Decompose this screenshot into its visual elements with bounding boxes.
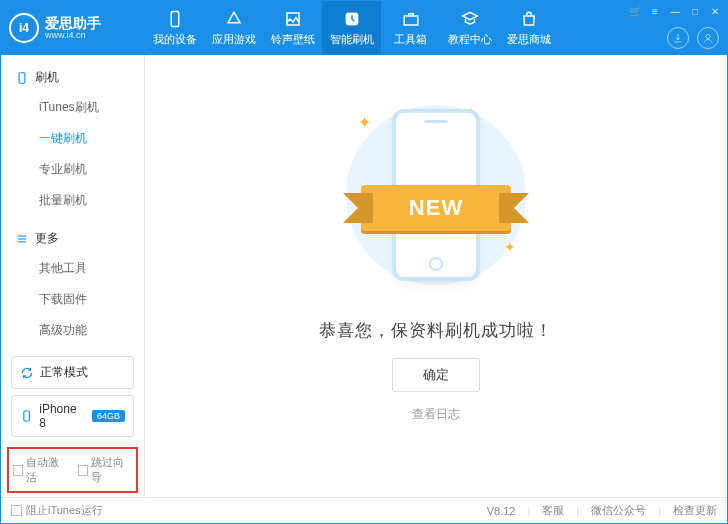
minimize-button[interactable]: —	[669, 5, 681, 17]
menu-icon[interactable]: ≡	[649, 5, 661, 17]
close-button[interactable]: ✕	[709, 5, 721, 17]
device-info[interactable]: iPhone 8 64GB	[11, 395, 134, 437]
tab-shop[interactable]: 爱思商城	[499, 1, 558, 55]
device-mode[interactable]: 正常模式	[11, 356, 134, 389]
sidebar-item-other-tools[interactable]: 其他工具	[1, 253, 144, 284]
svg-rect-0	[171, 11, 179, 26]
brand-title: 爱思助手	[45, 16, 101, 30]
confirm-button[interactable]: 确定	[392, 358, 480, 392]
device-icon	[20, 409, 33, 423]
success-message: 恭喜您，保资料刷机成功啦！	[319, 319, 553, 342]
check-skip-wizard[interactable]: 跳过向导	[78, 455, 133, 485]
cart-icon[interactable]: 🛒	[629, 5, 641, 17]
tab-apps[interactable]: 应用游戏	[204, 1, 263, 55]
sidebar-item-pro-flash[interactable]: 专业刷机	[1, 154, 144, 185]
account-button[interactable]	[697, 27, 719, 49]
new-ribbon: NEW	[361, 185, 511, 231]
sidebar-item-advanced[interactable]: 高级功能	[1, 315, 144, 346]
sidebar-item-download-firmware[interactable]: 下载固件	[1, 284, 144, 315]
checkbox-icon	[78, 465, 88, 476]
view-log-link[interactable]: 查看日志	[412, 406, 460, 423]
refresh-icon	[20, 366, 34, 380]
download-button[interactable]	[667, 27, 689, 49]
svg-rect-3	[404, 16, 418, 25]
version-label: V8.12	[487, 505, 516, 517]
main-content: ✦✦✦ NEW 恭喜您，保资料刷机成功啦！ 确定 查看日志	[145, 55, 727, 497]
tab-tutorial[interactable]: 教程中心	[440, 1, 499, 55]
svg-rect-5	[19, 72, 25, 83]
check-auto-activate[interactable]: 自动激活	[13, 455, 68, 485]
top-tabs: 我的设备 应用游戏 铃声壁纸 智能刷机 工具箱 教程中心	[145, 1, 558, 55]
status-bar: 阻止iTunes运行 V8.12 | 客服 | 微信公众号 | 检查更新	[1, 497, 727, 523]
maximize-button[interactable]: □	[689, 5, 701, 17]
sidebar-item-onekey-flash[interactable]: 一键刷机	[1, 123, 144, 154]
sidebar-group-flash[interactable]: 刷机	[1, 63, 144, 92]
checkbox-icon	[11, 505, 22, 516]
support-link[interactable]: 客服	[542, 503, 564, 518]
more-icon	[15, 232, 29, 246]
sidebar: 刷机 iTunes刷机 一键刷机 专业刷机 批量刷机 更多 其他工具 下载固件 …	[1, 55, 145, 497]
device-name: iPhone 8	[39, 402, 84, 430]
sidebar-group-more[interactable]: 更多	[1, 224, 144, 253]
wallpaper-icon	[284, 10, 302, 28]
check-block-itunes[interactable]: 阻止iTunes运行	[11, 503, 103, 518]
checkbox-icon	[13, 465, 23, 476]
tab-toolbox[interactable]: 工具箱	[381, 1, 440, 55]
wechat-link[interactable]: 微信公众号	[591, 503, 646, 518]
shop-icon	[520, 10, 538, 28]
sidebar-item-batch-flash[interactable]: 批量刷机	[1, 185, 144, 216]
sidebar-item-itunes-flash[interactable]: iTunes刷机	[1, 92, 144, 123]
tab-my-device[interactable]: 我的设备	[145, 1, 204, 55]
device-icon	[166, 10, 184, 28]
checkbox-highlight-box: 自动激活 跳过向导	[7, 447, 138, 493]
brand-logo-icon: i4	[9, 13, 39, 43]
flash-icon	[343, 10, 361, 28]
brand: i4 爱思助手 www.i4.cn	[1, 13, 145, 43]
brand-subtitle: www.i4.cn	[45, 30, 101, 41]
phone-icon	[15, 71, 29, 85]
tutorial-icon	[461, 10, 479, 28]
toolbox-icon	[402, 10, 420, 28]
success-illustration: ✦✦✦ NEW	[336, 95, 536, 295]
appstore-icon	[225, 10, 243, 28]
svg-point-4	[706, 35, 710, 39]
title-bar: i4 爱思助手 www.i4.cn 我的设备 应用游戏 铃声壁纸 智能刷机	[1, 1, 727, 55]
check-update-link[interactable]: 检查更新	[673, 503, 717, 518]
storage-badge: 64GB	[92, 410, 125, 422]
tab-ringtone[interactable]: 铃声壁纸	[263, 1, 322, 55]
svg-rect-9	[24, 411, 30, 421]
tab-flash[interactable]: 智能刷机	[322, 1, 381, 55]
